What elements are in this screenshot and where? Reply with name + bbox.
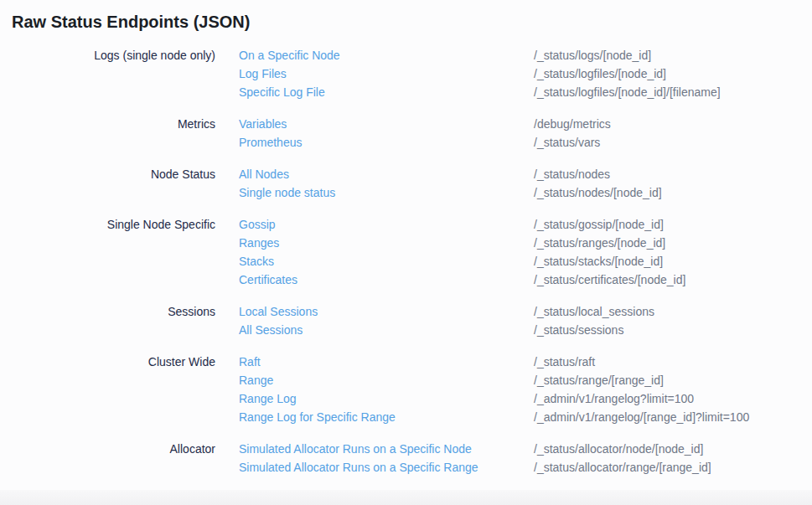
endpoint-link[interactable]: Log Files xyxy=(239,64,510,83)
endpoint-link[interactable]: Prometheus xyxy=(239,133,510,152)
endpoint-paths: /_status/gossip/[node_id]/_status/ranges… xyxy=(534,215,812,289)
category-label: Single Node Specific xyxy=(0,215,215,289)
endpoint-link[interactable]: Range Log xyxy=(239,389,510,408)
endpoint-section: Logs (single node only) On a Specific No… xyxy=(0,46,812,101)
endpoint-path: /_status/ranges/[node_id] xyxy=(534,234,812,252)
endpoint-link[interactable]: Single node status xyxy=(239,183,510,202)
endpoint-links: GossipRangesStacksCertificates xyxy=(239,215,510,289)
endpoint-link[interactable]: Stacks xyxy=(239,252,510,271)
endpoint-link[interactable]: Certificates xyxy=(239,271,510,289)
endpoint-path: /_status/raft xyxy=(534,353,812,371)
category-label: Sessions xyxy=(0,302,215,339)
endpoint-link[interactable]: Range Log for Specific Range xyxy=(239,408,510,426)
endpoint-paths: /debug/metrics/_status/vars xyxy=(534,115,812,152)
endpoint-path: /_status/sessions xyxy=(534,321,812,339)
category-label: Logs (single node only) xyxy=(0,46,215,101)
endpoint-paths: /_status/raft/_status/range/[range_id]/_… xyxy=(534,353,812,426)
endpoint-link[interactable]: Gossip xyxy=(239,215,510,234)
raw-status-endpoints-page: Raw Status Endpoints (JSON) Logs (single… xyxy=(0,0,812,505)
endpoint-paths: /_status/nodes/_status/nodes/[node_id] xyxy=(534,165,812,202)
endpoint-path: /_status/nodes/[node_id] xyxy=(534,183,812,202)
endpoint-path: /_status/local_sessions xyxy=(534,302,812,321)
endpoint-link[interactable]: On a Specific Node xyxy=(239,46,510,64)
endpoint-path: /_status/logfiles/[node_id] xyxy=(534,64,812,83)
category-label: Cluster Wide xyxy=(0,353,215,426)
endpoint-section: Cluster Wide RaftRangeRange LogRange Log… xyxy=(0,353,812,426)
category-label: Node Status xyxy=(0,165,215,202)
endpoint-links: On a Specific NodeLog FilesSpecific Log … xyxy=(239,46,510,101)
endpoint-links: VariablesPrometheus xyxy=(239,115,510,152)
endpoint-section: Node Status All NodesSingle node status … xyxy=(0,165,812,202)
endpoint-link[interactable]: Raft xyxy=(239,353,510,371)
endpoint-path: /_status/allocator/range/[range_id] xyxy=(534,458,812,477)
endpoint-links: Simulated Allocator Runs on a Specific N… xyxy=(239,440,510,477)
endpoint-link[interactable]: Ranges xyxy=(239,234,510,252)
endpoint-link[interactable]: Simulated Allocator Runs on a Specific N… xyxy=(239,440,510,458)
endpoint-paths: /_status/logs/[node_id]/_status/logfiles… xyxy=(534,46,812,101)
endpoint-path: /_admin/v1/rangelog/[range_id]?limit=100 xyxy=(534,408,812,426)
endpoint-section: Metrics VariablesPrometheus /debug/metri… xyxy=(0,115,812,152)
page-title: Raw Status Endpoints (JSON) xyxy=(12,11,812,33)
endpoint-links: Local SessionsAll Sessions xyxy=(239,302,510,339)
endpoint-link[interactable]: All Sessions xyxy=(239,321,510,339)
endpoint-link[interactable]: Local Sessions xyxy=(239,302,510,321)
endpoint-sections: Logs (single node only) On a Specific No… xyxy=(0,46,812,477)
endpoint-path: /_status/allocator/node/[node_id] xyxy=(534,440,812,458)
endpoint-paths: /_status/local_sessions/_status/sessions xyxy=(534,302,812,339)
endpoint-link[interactable]: Simulated Allocator Runs on a Specific R… xyxy=(239,458,510,477)
footer-strip xyxy=(0,490,812,505)
endpoint-paths: /_status/allocator/node/[node_id]/_statu… xyxy=(534,440,812,477)
endpoint-link[interactable]: All Nodes xyxy=(239,165,510,183)
endpoint-link[interactable]: Range xyxy=(239,371,510,389)
endpoint-links: All NodesSingle node status xyxy=(239,165,510,202)
endpoint-link[interactable]: Specific Log File xyxy=(239,83,510,101)
endpoint-path: /_status/certificates/[node_id] xyxy=(534,271,812,289)
endpoint-links: RaftRangeRange LogRange Log for Specific… xyxy=(239,353,510,426)
endpoint-section: Sessions Local SessionsAll Sessions /_st… xyxy=(0,302,812,339)
endpoint-path: /_status/stacks/[node_id] xyxy=(534,252,812,271)
endpoint-section: Allocator Simulated Allocator Runs on a … xyxy=(0,440,812,477)
endpoint-path: /_status/gossip/[node_id] xyxy=(534,215,812,234)
endpoint-path: /debug/metrics xyxy=(534,115,812,133)
endpoint-path: /_status/logfiles/[node_id]/[filename] xyxy=(534,83,812,101)
endpoint-section: Single Node Specific GossipRangesStacksC… xyxy=(0,215,812,289)
endpoint-path: /_admin/v1/rangelog?limit=100 xyxy=(534,389,812,408)
endpoint-link[interactable]: Variables xyxy=(239,115,510,133)
endpoint-path: /_status/nodes xyxy=(534,165,812,183)
endpoint-path: /_status/logs/[node_id] xyxy=(534,46,812,64)
category-label: Metrics xyxy=(0,115,215,152)
endpoint-path: /_status/vars xyxy=(534,133,812,152)
endpoint-path: /_status/range/[range_id] xyxy=(534,371,812,389)
category-label: Allocator xyxy=(0,440,215,477)
